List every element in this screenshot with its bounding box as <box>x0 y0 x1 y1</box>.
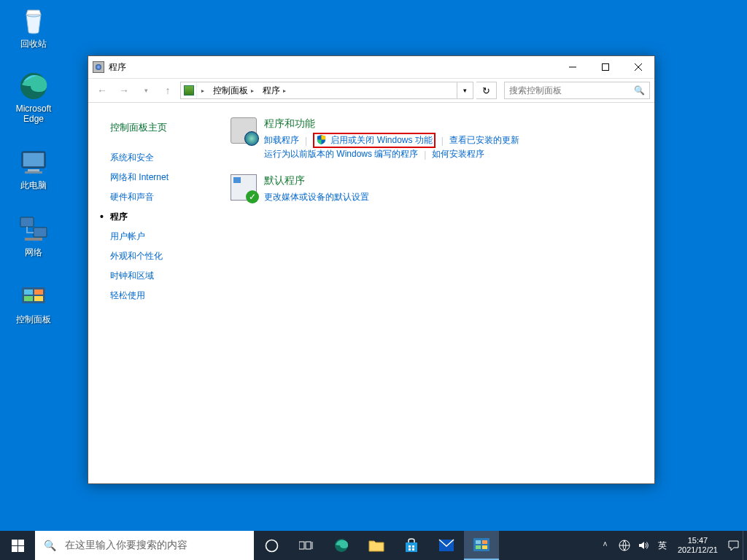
svg-rect-26 <box>409 548 411 551</box>
up-button[interactable]: ↑ <box>158 81 177 100</box>
sidebar-item-clock-region[interactable]: 时钟和区域 <box>88 266 231 286</box>
network-icon <box>18 213 50 245</box>
edge-icon <box>18 70 50 102</box>
svg-rect-20 <box>306 542 311 549</box>
tray-time: 15:47 <box>678 536 718 545</box>
address-dropdown[interactable]: ▾ <box>457 82 473 98</box>
section-heading-programs[interactable]: 程序和功能 <box>264 117 519 131</box>
svg-rect-10 <box>24 289 33 295</box>
refresh-button[interactable]: ↻ <box>476 82 497 99</box>
show-desktop-button[interactable] <box>743 531 747 560</box>
section-programs-features: 程序和功能 卸载程序 | 启用或关闭 Windows 功能 | 查看已安装的更新… <box>231 117 640 161</box>
desktop-icon-label: Microsoft Edge <box>6 104 61 124</box>
breadcrumb-item[interactable]: 程序▸ <box>258 85 290 97</box>
link-media-defaults[interactable]: 更改媒体或设备的默认设置 <box>264 190 369 204</box>
address-bar[interactable]: ▸ 控制面板▸ 程序▸ ▾ <box>180 82 473 99</box>
desktop-icon-edge[interactable]: Microsoft Edge <box>6 70 61 124</box>
svg-rect-11 <box>34 289 43 295</box>
svg-rect-23 <box>406 542 417 552</box>
recycle-bin-icon <box>18 4 50 36</box>
svg-rect-3 <box>23 153 44 166</box>
link-windows-features[interactable]: 启用或关闭 Windows 功能 <box>313 133 436 148</box>
tray-network-icon[interactable] <box>615 531 634 560</box>
sidebar-item-appearance[interactable]: 外观和个性化 <box>88 246 231 266</box>
sidebar-item-hardware-sound[interactable]: 硬件和声音 <box>88 187 231 207</box>
link-how-to-install[interactable]: 如何安装程序 <box>432 147 484 161</box>
svg-rect-33 <box>482 545 487 549</box>
svg-rect-30 <box>476 540 481 544</box>
start-button[interactable] <box>0 531 35 560</box>
window-app-icon <box>93 61 104 73</box>
control-panel-icon <box>18 280 50 312</box>
tray-volume-icon[interactable] <box>634 531 653 560</box>
sidebar-home[interactable]: 控制面板主页 <box>88 117 231 138</box>
link-view-updates[interactable]: 查看已安装的更新 <box>449 133 519 147</box>
svg-rect-29 <box>473 538 489 551</box>
programs-features-icon <box>231 117 257 144</box>
taskbar-app-store[interactable] <box>394 531 429 560</box>
breadcrumb-item[interactable]: 控制面板▸ <box>209 85 258 97</box>
taskbar-app-explorer[interactable] <box>359 531 394 560</box>
desktop-icon-network[interactable]: 网络 <box>6 213 61 259</box>
maximize-button[interactable] <box>589 56 622 78</box>
sidebar-item-programs[interactable]: 程序 <box>88 207 231 227</box>
svg-rect-24 <box>409 545 411 548</box>
svg-rect-27 <box>412 548 414 551</box>
svg-rect-31 <box>482 540 487 544</box>
navigation-bar: ← → ▾ ↑ ▸ 控制面板▸ 程序▸ ▾ ↻ 搜索控制面板 🔍 <box>88 78 654 103</box>
svg-rect-15 <box>602 64 608 71</box>
svg-rect-6 <box>20 217 34 227</box>
desktop-icon-recycle-bin[interactable]: 回收站 <box>6 4 61 50</box>
taskbar-search[interactable]: 🔍 在这里输入你要搜索的内容 <box>35 531 254 560</box>
desktop-icon-label: 控制面板 <box>6 314 61 326</box>
window-title: 程序 <box>109 61 126 74</box>
titlebar[interactable]: 程序 <box>88 56 654 78</box>
svg-rect-32 <box>476 545 481 549</box>
back-button[interactable]: ← <box>93 81 112 100</box>
tray-ime[interactable]: 英 <box>653 531 672 560</box>
tray-action-center[interactable] <box>724 531 743 560</box>
taskbar-taskview[interactable] <box>289 531 324 560</box>
svg-rect-5 <box>25 171 42 174</box>
sidebar-item-ease-of-access[interactable]: 轻松使用 <box>88 286 231 306</box>
tray-clock[interactable]: 15:47 2021/12/21 <box>672 536 724 555</box>
sidebar: 控制面板主页 系统和安全 网络和 Internet 硬件和声音 程序 用户帐户 … <box>88 103 231 483</box>
search-input[interactable]: 搜索控制面板 🔍 <box>504 82 650 99</box>
sidebar-item-network[interactable]: 网络和 Internet <box>88 168 231 187</box>
desktop-icon-this-pc[interactable]: 此电脑 <box>6 146 61 192</box>
tray-date: 2021/12/21 <box>678 545 718 555</box>
desktop-icon-label: 回收站 <box>6 38 61 50</box>
taskbar-app-edge[interactable] <box>324 531 359 560</box>
windows-logo-icon <box>12 540 24 552</box>
svg-rect-12 <box>24 296 33 301</box>
link-compatibility[interactable]: 运行为以前版本的 Windows 编写的程序 <box>264 147 418 161</box>
control-panel-window: 程序 ← → ▾ ↑ ▸ 控制面板▸ 程序▸ ▾ ↻ 搜索控制面板 🔍 控制面板… <box>88 55 655 484</box>
tray-overflow[interactable]: ＾ <box>596 531 615 560</box>
link-uninstall-program[interactable]: 卸载程序 <box>264 133 299 147</box>
system-tray: ＾ 英 15:47 2021/12/21 <box>596 531 747 560</box>
sidebar-item-user-accounts[interactable]: 用户帐户 <box>88 227 231 246</box>
default-programs-icon <box>231 174 257 201</box>
svg-rect-25 <box>412 545 414 548</box>
taskbar-app-mail[interactable] <box>429 531 464 560</box>
svg-rect-19 <box>299 542 304 549</box>
uac-shield-icon <box>316 134 327 145</box>
sidebar-item-system-security[interactable]: 系统和安全 <box>88 148 231 168</box>
search-placeholder: 搜索控制面板 <box>509 85 562 97</box>
breadcrumb-caret[interactable]: ▸ <box>197 88 209 94</box>
content-pane: 程序和功能 卸载程序 | 启用或关闭 Windows 功能 | 查看已安装的更新… <box>231 103 654 483</box>
desktop-icon-label: 网络 <box>6 246 61 259</box>
section-default-programs: 默认程序 更改媒体或设备的默认设置 <box>231 174 640 204</box>
forward-button[interactable]: → <box>115 81 133 100</box>
taskbar-cortana[interactable] <box>254 531 289 560</box>
desktop-icon-control-panel[interactable]: 控制面板 <box>6 280 61 326</box>
control-panel-crumb-icon <box>181 82 197 98</box>
section-heading-default[interactable]: 默认程序 <box>264 174 369 187</box>
search-icon: 🔍 <box>44 540 56 551</box>
close-button[interactable] <box>622 56 654 78</box>
taskbar: 🔍 在这里输入你要搜索的内容 ＾ 英 15:47 2021/12/21 <box>0 531 747 560</box>
recent-dropdown[interactable]: ▾ <box>136 81 155 100</box>
computer-icon <box>18 146 50 178</box>
taskbar-app-control-panel[interactable] <box>464 531 499 560</box>
minimize-button[interactable] <box>556 56 589 78</box>
